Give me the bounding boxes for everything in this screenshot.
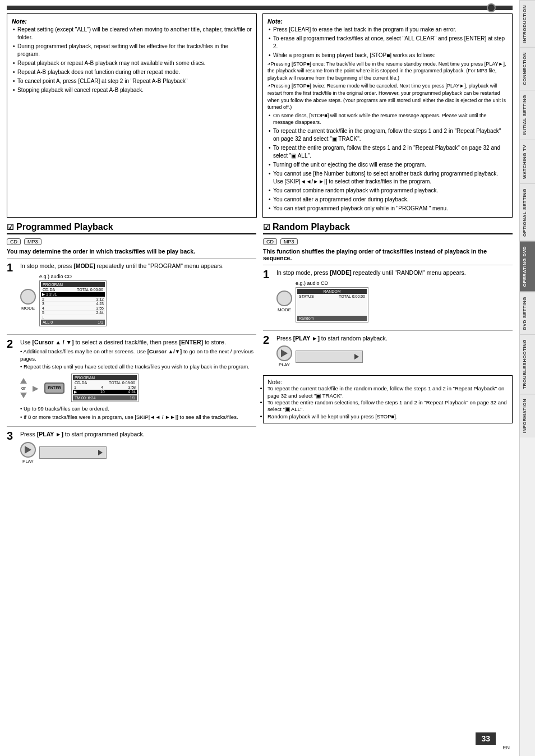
random-cd-badge: CD bbox=[263, 238, 277, 245]
screen-footer-2: TM 00: 6:241/1 bbox=[73, 395, 137, 400]
random-divider-2 bbox=[263, 330, 513, 331]
random-note-item-3: Random playback will be kept until you p… bbox=[268, 413, 508, 420]
right-note-item-13: You can start programmed playback only w… bbox=[268, 205, 508, 213]
right-note-item-8: To repeat the entire program, follow the… bbox=[268, 144, 508, 160]
or-label: or bbox=[21, 385, 26, 391]
page-footer: 33 bbox=[7, 727, 513, 745]
screen-header-1: PROGRAM bbox=[41, 282, 105, 287]
tab-connection[interactable]: CONNECTION bbox=[520, 47, 535, 90]
random-mode-button: MODE bbox=[276, 291, 292, 312]
screen-row-3: 34:23 bbox=[41, 302, 105, 306]
tab-operating-dvd[interactable]: OPERATING DVD bbox=[520, 241, 535, 292]
screen-footer-1: ALL 01/1 bbox=[41, 320, 105, 325]
play-icon bbox=[25, 446, 31, 454]
step-3: 3 Press [PLAY ►] to start programmed pla… bbox=[7, 430, 256, 467]
step-3-diagram: PLAY bbox=[20, 442, 256, 464]
random-playback-section: ☑ Random Playback CD MP3 This function s… bbox=[263, 222, 513, 727]
top-notes-section: Note: Repeat setting (except "ALL") will… bbox=[7, 13, 513, 218]
step-2: 2 Use [Cursor ▲ / ▼] to select a desired… bbox=[7, 338, 256, 422]
play-display bbox=[39, 446, 107, 459]
left-note-list: Repeat setting (except "ALL") will be cl… bbox=[12, 26, 252, 94]
step-1: 1 In stop mode, press [MODE] repeatedly … bbox=[7, 262, 256, 330]
right-note-item-6: On some discs, [STOP■] will not work whi… bbox=[268, 112, 508, 126]
random-screen-footer: Random bbox=[297, 316, 367, 321]
tab-optional-setting[interactable]: OPTIONAL SETTING bbox=[520, 183, 535, 241]
step-1-diagram: MODE e.g.) audio CD PROGRAM CD-DATOTAL 0 bbox=[20, 274, 256, 326]
random-playback-label: Random Playback bbox=[273, 222, 350, 232]
top-bar bbox=[7, 6, 513, 10]
step-2-subnote-2: • Repeat this step until you have select… bbox=[20, 363, 256, 370]
programmed-badges: CD MP3 bbox=[7, 238, 256, 245]
random-note-list: To repeat the current track/file in the … bbox=[268, 385, 508, 420]
random-subtitle: This function shuffles the playing order… bbox=[263, 248, 513, 261]
divider-2 bbox=[7, 334, 256, 335]
random-step-2-text: Press [PLAY ►] to start random playback. bbox=[276, 334, 513, 343]
step-1-text: In stop mode, press [MODE] repeatedly un… bbox=[20, 262, 256, 270]
cursor-controls: or bbox=[20, 378, 27, 398]
screen-row-2: 23:12 bbox=[41, 297, 105, 302]
random-play-indicator-icon bbox=[354, 354, 359, 359]
screen-row-5: 52:44 bbox=[41, 311, 105, 315]
random-step-1-text: In stop mode, press [MODE] repeatedly un… bbox=[276, 269, 513, 277]
right-note-item-12: You cannot alter a programmed order duri… bbox=[268, 196, 508, 204]
mp3-badge: MP3 bbox=[24, 238, 41, 245]
enter-button: ENTER bbox=[44, 382, 64, 394]
tab-troubleshooting[interactable]: TROUBLESHOOTING bbox=[520, 334, 535, 394]
right-note-box: Note: Press [CLEAR] to erase the last tr… bbox=[262, 13, 513, 218]
mode-label: MODE bbox=[21, 306, 35, 311]
play-button-diagram: PLAY bbox=[20, 442, 36, 464]
screen-header-2: PROGRAM bbox=[73, 375, 137, 380]
left-note-item-6: Stopping playback will cancel repeat A-B… bbox=[12, 86, 252, 94]
program-screen-2: PROGRAM CD-DATOTAL 0:08:00 143:58 ▶104:2… bbox=[71, 374, 139, 402]
eg-label-1: e.g.) audio CD bbox=[39, 274, 72, 279]
random-badges: CD MP3 bbox=[263, 238, 513, 245]
right-note-item-5: - Pressing [STOP■] twice: Resume mode wi… bbox=[268, 82, 508, 110]
divider-3 bbox=[7, 426, 256, 427]
program-screen-1: PROGRAM CD-DATOTAL 0:00:00 ▶ 1 3:31 23:1… bbox=[39, 280, 107, 326]
programmed-playback-title: ☑ Programmed Playback bbox=[7, 222, 256, 234]
step1-screen-area: e.g.) audio CD PROGRAM CD-DATOTAL 0:00:0… bbox=[39, 274, 107, 326]
random-step-2-content: Press [PLAY ►] to start random playback.… bbox=[276, 334, 513, 371]
right-note-title: Note: bbox=[268, 17, 508, 26]
tab-information[interactable]: INFORMATION bbox=[520, 394, 535, 437]
step-2-content: Use [Cursor ▲ / ▼] to select a desired t… bbox=[20, 338, 256, 422]
random-playback-title: ☑ Random Playback bbox=[263, 222, 513, 234]
divider-1 bbox=[7, 258, 256, 259]
tab-dvd-setting[interactable]: DVD SETTING bbox=[520, 292, 535, 334]
random-note-section: Note: To repeat the current track/file i… bbox=[263, 375, 513, 423]
random-mode-label: MODE bbox=[278, 307, 291, 312]
random-step-1-number: 1 bbox=[263, 269, 273, 326]
right-note-item-3: While a program is being played back, [S… bbox=[268, 52, 508, 59]
random-note-item-2: To repeat the entire random selections, … bbox=[268, 399, 508, 413]
tab-initial-setting[interactable]: INITIAL SETTING bbox=[520, 90, 535, 140]
step-2-diagram: or ▶ ENTER PROGRAM bbox=[20, 374, 256, 402]
screen2-row-2: ▶104:24 bbox=[73, 390, 137, 395]
random-screen-header: RANDOM bbox=[297, 289, 367, 294]
tab-introduction[interactable]: INTRODUCTION bbox=[520, 0, 535, 47]
screen-row-1: ▶ 1 3:31 bbox=[41, 292, 105, 297]
random-play-label: PLAY bbox=[279, 362, 290, 367]
left-note-item-1: Repeat setting (except "ALL") will be cl… bbox=[12, 26, 252, 42]
tab-watching-tv[interactable]: WATCHING TV bbox=[520, 140, 535, 183]
right-note-item-11: You cannot combine random playback with … bbox=[268, 187, 508, 195]
left-note-item-3: Repeat playback or repeat A-B playback m… bbox=[12, 59, 252, 67]
mode-circle bbox=[20, 289, 36, 305]
cd-badge: CD bbox=[7, 238, 21, 245]
right-note-item-2: To erase all programmed tracks/files at … bbox=[268, 35, 508, 50]
random-mode-circle bbox=[276, 291, 292, 306]
page-number: 33 bbox=[476, 732, 496, 745]
en-label: EN bbox=[7, 745, 510, 750]
step-3-text: Press [PLAY ►] to start programmed playb… bbox=[20, 430, 256, 439]
step-2-number: 2 bbox=[7, 338, 17, 422]
left-note-item-2: During programmed playback, repeat setti… bbox=[12, 43, 252, 58]
play-label: PLAY bbox=[22, 459, 34, 464]
random-step-1-content: In stop mode, press [MODE] repeatedly un… bbox=[276, 269, 513, 326]
step2-screen-area: PROGRAM CD-DATOTAL 0:08:00 143:58 ▶104:2… bbox=[71, 374, 139, 402]
programmed-playback-label: Programmed Playback bbox=[16, 222, 113, 232]
random-step-2-number: 2 bbox=[263, 334, 273, 371]
random-play-circle bbox=[276, 345, 292, 361]
step-2-text: Use [Cursor ▲ / ▼] to select a desired t… bbox=[20, 338, 256, 347]
random-step1-diagram: MODE e.g.) audio CD RANDOM STATUSTOTAL 0 bbox=[276, 280, 513, 322]
random-screen: RANDOM STATUSTOTAL 0:00:00 Random bbox=[296, 287, 368, 322]
random-play-display bbox=[296, 351, 363, 363]
